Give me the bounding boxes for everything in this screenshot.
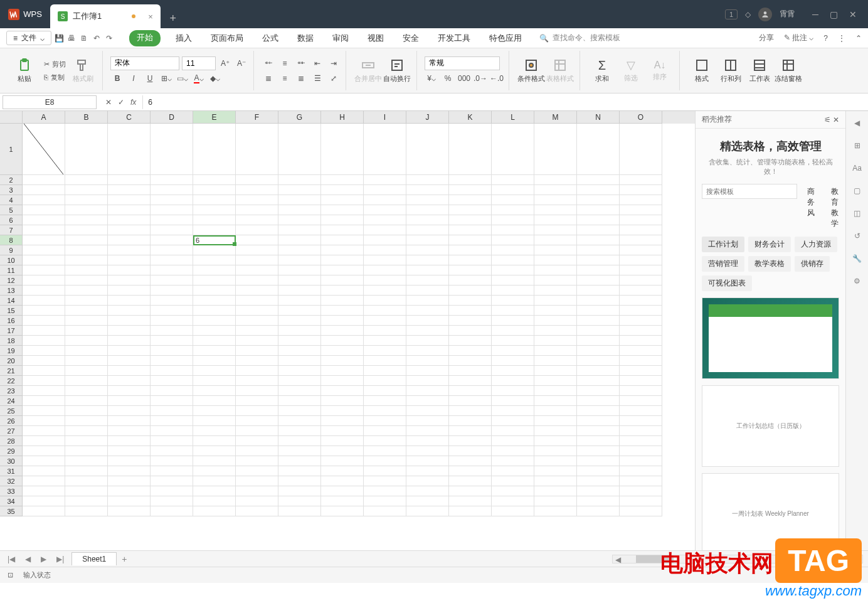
menu-tab-1[interactable]: 插入 bbox=[172, 30, 196, 46]
sheet-nav-prev-icon[interactable]: ◀ bbox=[23, 555, 33, 563]
cell[interactable] bbox=[151, 326, 193, 336]
cell[interactable] bbox=[278, 175, 321, 185]
cell[interactable] bbox=[620, 486, 662, 496]
cell[interactable] bbox=[23, 124, 65, 175]
select-all-corner[interactable] bbox=[0, 111, 23, 124]
cell[interactable] bbox=[449, 406, 492, 416]
cell[interactable] bbox=[151, 466, 193, 476]
cell[interactable] bbox=[492, 275, 534, 285]
cell[interactable] bbox=[449, 255, 492, 265]
cell[interactable] bbox=[449, 205, 492, 215]
cell[interactable] bbox=[151, 506, 193, 516]
cell[interactable] bbox=[108, 396, 151, 406]
cell[interactable] bbox=[236, 346, 278, 356]
cell[interactable] bbox=[321, 486, 364, 496]
cell[interactable] bbox=[449, 124, 492, 175]
cell[interactable] bbox=[321, 346, 364, 356]
cell[interactable] bbox=[108, 426, 151, 436]
cell[interactable] bbox=[108, 326, 151, 336]
view-normal-icon[interactable]: ▦ bbox=[824, 571, 830, 579]
sidebar-object-icon[interactable]: ▢ bbox=[852, 185, 863, 196]
cell[interactable] bbox=[23, 396, 65, 406]
cell[interactable] bbox=[236, 376, 278, 386]
column-header[interactable]: I bbox=[364, 111, 406, 124]
cell[interactable] bbox=[236, 386, 278, 396]
cell[interactable] bbox=[108, 195, 151, 205]
cell[interactable] bbox=[492, 406, 534, 416]
cell[interactable] bbox=[151, 215, 193, 225]
cell[interactable] bbox=[108, 265, 151, 275]
cell[interactable] bbox=[364, 466, 406, 476]
cell[interactable] bbox=[151, 245, 193, 255]
cell[interactable] bbox=[151, 296, 193, 306]
cell[interactable] bbox=[321, 316, 364, 326]
increase-indent-icon[interactable]: ⇥ bbox=[327, 56, 341, 70]
cell[interactable] bbox=[278, 235, 321, 245]
cell[interactable] bbox=[620, 396, 662, 406]
cell[interactable] bbox=[23, 486, 65, 496]
template-item[interactable]: 工作计划总结（日历版） bbox=[702, 385, 839, 467]
cell[interactable] bbox=[193, 346, 236, 356]
cell[interactable] bbox=[364, 296, 406, 306]
cell[interactable] bbox=[364, 356, 406, 366]
cell[interactable] bbox=[364, 265, 406, 275]
view-page-icon[interactable]: ▤ bbox=[839, 571, 845, 579]
cell[interactable] bbox=[108, 366, 151, 376]
cell[interactable] bbox=[236, 185, 278, 195]
cell[interactable] bbox=[108, 245, 151, 255]
cell[interactable] bbox=[236, 215, 278, 225]
cell[interactable] bbox=[620, 426, 662, 436]
cell[interactable] bbox=[278, 245, 321, 255]
cell[interactable] bbox=[449, 296, 492, 306]
cell[interactable] bbox=[492, 376, 534, 386]
currency-icon[interactable]: ¥⌵ bbox=[425, 72, 438, 85]
sheet-nav-first-icon[interactable]: |◀ bbox=[5, 555, 18, 563]
cell[interactable] bbox=[108, 436, 151, 446]
justify-icon[interactable]: ☰ bbox=[310, 72, 324, 85]
cell[interactable] bbox=[108, 466, 151, 476]
sidebar-settings-icon[interactable]: ⚙ bbox=[852, 275, 863, 287]
cell[interactable] bbox=[278, 436, 321, 446]
cell[interactable] bbox=[449, 496, 492, 506]
cell[interactable] bbox=[193, 506, 236, 516]
cell[interactable] bbox=[321, 124, 364, 175]
cell[interactable] bbox=[193, 296, 236, 306]
cell[interactable] bbox=[364, 306, 406, 316]
cell[interactable] bbox=[406, 205, 449, 215]
column-header[interactable]: K bbox=[449, 111, 492, 124]
cell[interactable] bbox=[321, 446, 364, 456]
cell[interactable] bbox=[236, 356, 278, 366]
row-header[interactable]: 32 bbox=[0, 476, 23, 486]
cell[interactable] bbox=[577, 476, 620, 486]
cell[interactable] bbox=[577, 506, 620, 516]
cell[interactable] bbox=[151, 346, 193, 356]
cell[interactable] bbox=[406, 336, 449, 346]
sidepanel-close-icon[interactable]: ✕ bbox=[833, 115, 839, 124]
cell[interactable] bbox=[23, 175, 65, 185]
bold-icon[interactable]: B bbox=[110, 72, 124, 85]
cell[interactable] bbox=[406, 356, 449, 366]
cell[interactable] bbox=[492, 215, 534, 225]
cell[interactable] bbox=[492, 306, 534, 316]
cell[interactable] bbox=[364, 326, 406, 336]
cell[interactable] bbox=[236, 225, 278, 235]
cell[interactable] bbox=[236, 326, 278, 336]
cell[interactable] bbox=[620, 336, 662, 346]
cell[interactable] bbox=[321, 416, 364, 426]
cell[interactable] bbox=[236, 235, 278, 245]
cell[interactable] bbox=[65, 356, 108, 366]
cell[interactable] bbox=[65, 175, 108, 185]
cell[interactable] bbox=[406, 124, 449, 175]
cell[interactable] bbox=[406, 296, 449, 306]
cell[interactable] bbox=[193, 306, 236, 316]
row-header[interactable]: 35 bbox=[0, 506, 23, 516]
cell[interactable] bbox=[449, 346, 492, 356]
cell[interactable] bbox=[236, 275, 278, 285]
cell[interactable] bbox=[620, 376, 662, 386]
cell[interactable] bbox=[406, 346, 449, 356]
cell[interactable] bbox=[65, 296, 108, 306]
cell[interactable] bbox=[449, 356, 492, 366]
cell[interactable] bbox=[236, 496, 278, 506]
cell[interactable] bbox=[534, 356, 577, 366]
cell[interactable] bbox=[236, 255, 278, 265]
